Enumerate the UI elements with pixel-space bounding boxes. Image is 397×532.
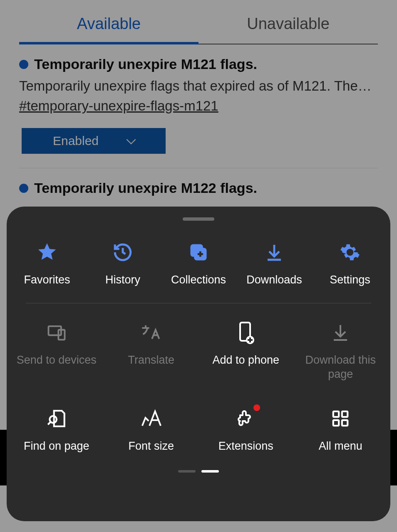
menu-row-1: Favorites History Collections Downloads … [7, 236, 390, 291]
download-icon [328, 320, 353, 345]
flag-item: Temporarily unexpire M121 flags. Tempora… [19, 44, 378, 168]
menu-label: Download this page [295, 353, 387, 382]
favorites-button[interactable]: Favorites [9, 236, 85, 291]
divider [26, 303, 371, 303]
menu-label: Favorites [24, 273, 70, 287]
settings-button[interactable]: Settings [312, 236, 388, 291]
menu-label: All menu [319, 439, 362, 453]
menu-label: Collections [171, 273, 226, 287]
translate-button: Translate [104, 316, 199, 386]
history-icon [110, 240, 135, 265]
phone-plus-icon [233, 320, 258, 345]
menu-row-2: Send to devices Translate Add to phone D… [7, 316, 390, 386]
download-page-button: Download this page [293, 316, 388, 386]
flag-state-label: Enabled [53, 134, 99, 148]
flag-state-select[interactable]: Enabled [22, 128, 166, 154]
menu-label: Font size [128, 439, 174, 453]
puzzle-icon [233, 406, 258, 431]
flag-description: Temporarily unexpire flags that expired … [19, 78, 378, 94]
svg-rect-9 [333, 420, 339, 426]
downloads-button[interactable]: Downloads [236, 236, 312, 291]
send-to-devices-button: Send to devices [9, 316, 104, 386]
menu-label: Add to phone [212, 353, 279, 367]
find-icon [44, 406, 69, 431]
tab-unavailable[interactable]: Unavailable [198, 4, 378, 44]
history-button[interactable]: History [85, 236, 161, 291]
page-dot[interactable] [178, 470, 196, 473]
download-icon [262, 240, 287, 265]
translate-icon [139, 320, 164, 345]
all-menu-button[interactable]: All menu [293, 402, 388, 458]
menu-label: History [105, 273, 140, 287]
menu-row-3: Find on page Font size Extensions All me… [7, 402, 390, 458]
collections-button[interactable]: Collections [161, 236, 236, 291]
menu-label: Extensions [218, 439, 273, 453]
star-icon [35, 240, 60, 265]
menu-sheet: Favorites History Collections Downloads … [7, 207, 390, 521]
chevron-down-icon [127, 135, 136, 145]
svg-rect-7 [333, 411, 339, 417]
tabs: Available Unavailable [19, 4, 378, 44]
menu-label: Send to devices [17, 353, 97, 367]
notification-badge [253, 404, 260, 411]
svg-rect-8 [342, 411, 347, 417]
find-on-page-button[interactable]: Find on page [9, 402, 104, 458]
devices-icon [44, 320, 69, 345]
svg-rect-10 [342, 420, 347, 426]
menu-label: Settings [330, 273, 370, 287]
extensions-button[interactable]: Extensions [198, 402, 293, 458]
menu-label: Find on page [24, 439, 89, 453]
collections-icon [186, 240, 211, 265]
font-size-button[interactable]: Font size [104, 402, 199, 458]
flag-anchor-link[interactable]: #temporary-unexpire-flags-m121 [19, 98, 218, 114]
menu-label: Downloads [246, 273, 302, 287]
menu-label: Translate [128, 353, 174, 367]
status-dot-icon [19, 60, 28, 69]
tab-available[interactable]: Available [19, 4, 198, 44]
drag-handle[interactable] [183, 217, 214, 221]
add-to-phone-button[interactable]: Add to phone [198, 316, 293, 386]
font-size-icon [139, 406, 164, 431]
flag-title: Temporarily unexpire M121 flags. [34, 56, 257, 72]
flag-title: Temporarily unexpire M122 flags. [34, 180, 257, 196]
gear-icon [337, 240, 362, 265]
status-dot-icon [19, 184, 28, 193]
page-indicator [7, 470, 390, 473]
flag-item: Temporarily unexpire M122 flags. [19, 168, 378, 196]
page-dot[interactable] [201, 470, 219, 473]
grid-icon [328, 406, 353, 431]
